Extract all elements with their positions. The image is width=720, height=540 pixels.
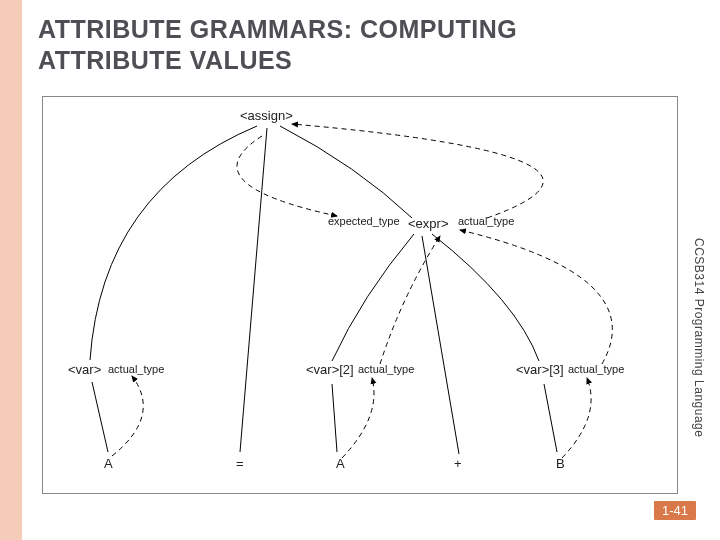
label-actual-type-var1: actual_type bbox=[108, 363, 164, 375]
node-var-1: <var> bbox=[68, 362, 101, 377]
slide-title: ATTRIBUTE GRAMMARS: COMPUTING ATTRIBUTE … bbox=[38, 14, 517, 77]
parse-tree-diagram bbox=[42, 96, 678, 494]
terminal-a1: A bbox=[104, 456, 113, 471]
title-line-1: ATTRIBUTE GRAMMARS: COMPUTING bbox=[38, 15, 517, 43]
peach-side-stripe bbox=[0, 0, 22, 540]
node-var-2: <var>[2] bbox=[306, 362, 354, 377]
label-actual-type-var2: actual_type bbox=[358, 363, 414, 375]
terminal-b: B bbox=[556, 456, 565, 471]
title-line-2: ATTRIBUTE VALUES bbox=[38, 46, 292, 74]
node-expr: <expr> bbox=[408, 216, 448, 231]
terminal-eq: = bbox=[236, 456, 244, 471]
terminal-a2: A bbox=[336, 456, 345, 471]
slide-number-badge: 1-41 bbox=[654, 501, 696, 520]
node-var-3: <var>[3] bbox=[516, 362, 564, 377]
node-assign: <assign> bbox=[240, 108, 293, 123]
label-expected-type: expected_type bbox=[328, 215, 400, 227]
terminal-plus: + bbox=[454, 456, 462, 471]
course-code-vertical: CCSB314 Programming Language bbox=[692, 238, 706, 437]
label-actual-type-expr: actual_type bbox=[458, 215, 514, 227]
label-actual-type-var3: actual_type bbox=[568, 363, 624, 375]
